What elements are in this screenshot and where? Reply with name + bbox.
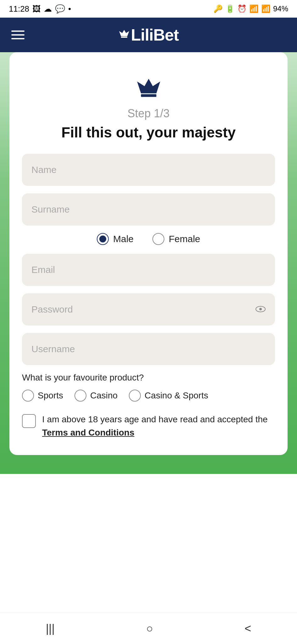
gender-male-option[interactable]: Male xyxy=(97,233,134,245)
alarm-icon: ⏰ xyxy=(237,4,247,13)
hamburger-menu-button[interactable] xyxy=(11,31,25,39)
gender-female-option[interactable]: Female xyxy=(152,233,200,245)
female-label: Female xyxy=(169,234,200,244)
gender-section: Male Female xyxy=(22,233,275,245)
crown-icon xyxy=(118,28,130,41)
svg-rect-1 xyxy=(141,94,156,97)
form-title: Fill this out, your majesty xyxy=(22,124,275,141)
background-area: Step 1/3 Fill this out, your majesty Mal… xyxy=(0,52,297,474)
svg-point-3 xyxy=(259,308,262,310)
hamburger-line-3 xyxy=(11,38,25,39)
key-icon: 🔑 xyxy=(213,4,223,13)
casino-radio-button[interactable] xyxy=(74,390,86,402)
product-casino-option[interactable]: Casino xyxy=(74,390,118,402)
form-crown-logo xyxy=(22,65,275,101)
password-wrapper xyxy=(22,293,275,325)
product-options: Sports Casino Casino & Sports xyxy=(22,390,275,402)
back-gesture-button[interactable]: ||| xyxy=(46,622,55,635)
bottom-nav-bar: ||| ○ < xyxy=(0,613,297,644)
home-gesture-button[interactable]: ○ xyxy=(146,622,153,635)
registration-form-card: Step 1/3 Fill this out, your majesty Mal… xyxy=(9,52,288,455)
male-radio-button[interactable] xyxy=(97,233,109,245)
product-sports-option[interactable]: Sports xyxy=(22,390,63,402)
terms-checkbox[interactable] xyxy=(22,414,36,428)
hamburger-line-1 xyxy=(11,31,25,32)
toggle-password-icon[interactable] xyxy=(256,304,266,314)
battery-percent: 94% xyxy=(273,4,288,13)
dot-indicator: • xyxy=(68,4,71,14)
terms-text-before-link: I am above 18 years age and have read an… xyxy=(42,414,268,424)
surname-input[interactable] xyxy=(22,193,275,225)
casino-sports-label: Casino & Sports xyxy=(145,391,208,401)
casino-label: Casino xyxy=(90,391,118,401)
hamburger-line-2 xyxy=(11,34,25,36)
camera-icon: 🖼 xyxy=(32,4,41,14)
name-input[interactable] xyxy=(22,154,275,186)
battery-charge-icon: 🔋 xyxy=(225,4,235,13)
whatsapp-icon: 💬 xyxy=(55,4,65,14)
forward-gesture-button[interactable]: < xyxy=(245,622,251,635)
status-right: 🔑 🔋 ⏰ 📶 📶 94% xyxy=(213,4,288,13)
status-bar: 11:28 🖼 ☁ 💬 • 🔑 🔋 ⏰ 📶 📶 94% xyxy=(0,0,297,18)
signal-icon: 📶 xyxy=(261,4,271,13)
status-time: 11:28 xyxy=(9,4,29,14)
male-label: Male xyxy=(113,234,134,244)
wifi-icon: 📶 xyxy=(249,4,259,13)
svg-rect-0 xyxy=(121,36,127,38)
sports-radio-button[interactable] xyxy=(22,390,34,402)
status-left: 11:28 🖼 ☁ 💬 • xyxy=(9,4,71,14)
product-casino-sports-option[interactable]: Casino & Sports xyxy=(129,390,208,402)
step-label: Step 1/3 xyxy=(22,107,275,120)
username-input[interactable] xyxy=(22,333,275,365)
brand-logo: LiliBet xyxy=(118,25,179,44)
password-input[interactable] xyxy=(22,293,275,325)
email-input[interactable] xyxy=(22,254,275,286)
sports-label: Sports xyxy=(38,391,63,401)
top-nav: LiliBet xyxy=(0,18,297,52)
casino-sports-radio-button[interactable] xyxy=(129,390,141,402)
product-question: What is your favourite product? xyxy=(22,373,275,383)
terms-and-conditions-link[interactable]: Terms and Conditions xyxy=(42,428,135,437)
terms-section: I am above 18 years age and have read an… xyxy=(22,413,275,439)
terms-text: I am above 18 years age and have read an… xyxy=(42,413,275,439)
female-radio-button[interactable] xyxy=(152,233,164,245)
cloud-icon: ☁ xyxy=(44,4,52,14)
